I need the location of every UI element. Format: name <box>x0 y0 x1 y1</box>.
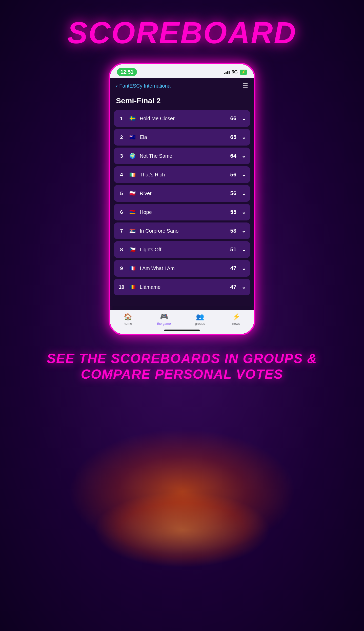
bottom-text: SEE THE SCOREBOARDS IN GROUPS & COMPARE … <box>0 351 364 382</box>
score-name: River <box>140 191 222 196</box>
score-points: 56 <box>225 190 236 197</box>
score-flag: 🇵🇱 <box>129 190 136 197</box>
score-points: 53 <box>225 228 236 234</box>
battery-icon: ⚡ <box>240 70 247 75</box>
bottom-nav-news[interactable]: ⚡ news <box>226 313 246 325</box>
score-item[interactable]: 5 🇵🇱 River 56 ⌄ <box>114 185 250 202</box>
chevron-down-icon: ⌄ <box>241 284 246 290</box>
chevron-down-icon: ⌄ <box>241 190 246 197</box>
score-name: That's Rich <box>140 172 222 178</box>
score-flag: 🇸🇪 <box>129 115 136 122</box>
score-flag: 🇷🇴 <box>129 283 136 291</box>
game-nav-label: the game <box>157 322 171 325</box>
score-points: 64 <box>225 153 236 159</box>
status-time: 12:51 <box>117 68 137 76</box>
nav-back-button[interactable]: ‹ FantESCy International <box>116 83 172 89</box>
chevron-down-icon: ⌄ <box>241 115 246 122</box>
score-flag: 🇦🇲 <box>129 208 136 216</box>
score-item[interactable]: 9 🇫🇷 I Am What I Am 47 ⌄ <box>114 260 250 277</box>
signal-bars-icon <box>224 70 230 74</box>
score-item[interactable]: 6 🇦🇲 Hope 55 ⌄ <box>114 204 250 220</box>
news-nav-icon: ⚡ <box>232 313 240 321</box>
home-indicator <box>164 330 200 331</box>
chevron-down-icon: ⌄ <box>241 134 246 140</box>
score-item[interactable]: 7 🇷🇸 In Corprore Sano 53 ⌄ <box>114 222 250 239</box>
score-name: Not The Same <box>140 153 222 159</box>
nav-bar: ‹ FantESCy International ☰ <box>110 78 254 94</box>
score-item[interactable]: 10 🇷🇴 Llámame 47 ⌄ <box>114 279 250 295</box>
score-name: Hope <box>140 209 222 215</box>
score-points: 47 <box>225 284 236 290</box>
nav-back-label: FantESCy International <box>119 83 172 89</box>
score-flag: 🇦🇺 <box>129 133 136 141</box>
score-item[interactable]: 2 🇦🇺 Ela 65 ⌄ <box>114 129 250 146</box>
home-nav-label: home <box>124 322 132 325</box>
score-name: Lights Off <box>140 247 222 253</box>
score-name: Ela <box>140 134 222 140</box>
score-flag: 🇷🇸 <box>129 227 136 235</box>
score-flag: 🌍 <box>129 152 136 160</box>
score-name: Hold Me Closer <box>140 116 222 121</box>
bottom-nav-home[interactable]: 🏠 home <box>118 313 138 325</box>
app-content: ‹ FantESCy International ☰ Semi-Final 2 … <box>110 78 254 306</box>
signal-bar-4 <box>229 71 230 74</box>
score-item[interactable]: 3 🌍 Not The Same 64 ⌄ <box>114 148 250 164</box>
score-points: 56 <box>225 171 236 178</box>
groups-nav-label: groups <box>195 322 205 325</box>
score-name: Llámame <box>140 284 222 290</box>
score-rank: 3 <box>118 153 125 159</box>
scoreboard-list: 1 🇸🇪 Hold Me Closer 66 ⌄ 2 🇦🇺 Ela 65 ⌄ 3… <box>110 110 254 295</box>
page-title: SCOREBOARD <box>67 15 297 50</box>
score-rank: 8 <box>118 247 125 253</box>
chevron-down-icon: ⌄ <box>241 209 246 215</box>
signal-bar-2 <box>226 72 227 74</box>
page-wrapper: SCOREBOARD 12:51 3G ⚡ ‹ Fan <box>0 0 364 402</box>
chevron-down-icon: ⌄ <box>241 171 246 178</box>
score-item[interactable]: 8 🇨🇿 Lights Off 51 ⌄ <box>114 241 250 258</box>
signal-bar-1 <box>224 73 225 74</box>
chevron-down-icon: ⌄ <box>241 265 246 272</box>
score-points: 47 <box>225 265 236 272</box>
back-chevron-icon: ‹ <box>116 83 118 89</box>
bottom-nav-groups[interactable]: 👥 groups <box>190 313 210 325</box>
chevron-down-icon: ⌄ <box>241 228 246 234</box>
score-points: 65 <box>225 134 236 140</box>
chevron-down-icon: ⌄ <box>241 246 246 253</box>
menu-icon[interactable]: ☰ <box>242 82 248 90</box>
score-rank: 7 <box>118 228 125 234</box>
score-flag: 🇨🇿 <box>129 246 136 253</box>
groups-nav-icon: 👥 <box>196 313 204 321</box>
network-label: 3G <box>232 69 238 75</box>
score-item[interactable]: 1 🇸🇪 Hold Me Closer 66 ⌄ <box>114 110 250 127</box>
section-title: Semi-Final 2 <box>110 94 254 110</box>
home-bar <box>110 328 254 334</box>
game-nav-icon: 🎮 <box>160 313 168 321</box>
score-rank: 1 <box>118 116 125 121</box>
signal-bar-3 <box>227 71 228 74</box>
bottom-nav: 🏠 home 🎮 the game 👥 groups ⚡ news <box>110 310 254 328</box>
bottom-nav-game[interactable]: 🎮 the game <box>154 313 174 325</box>
score-rank: 6 <box>118 209 125 215</box>
score-name: I Am What I Am <box>140 266 222 271</box>
score-rank: 9 <box>118 266 125 271</box>
news-nav-label: news <box>232 322 240 325</box>
score-rank: 10 <box>118 284 125 290</box>
phone-frame: 12:51 3G ⚡ ‹ FantESCy International <box>109 63 255 335</box>
score-points: 66 <box>225 115 236 122</box>
chevron-down-icon: ⌄ <box>241 153 246 159</box>
score-points: 51 <box>225 246 236 253</box>
score-flag: 🇫🇷 <box>129 264 136 272</box>
score-item[interactable]: 4 🇮🇪 That's Rich 56 ⌄ <box>114 166 250 183</box>
score-rank: 4 <box>118 172 125 178</box>
home-nav-icon: 🏠 <box>124 313 132 321</box>
score-name: In Corprore Sano <box>140 228 222 234</box>
status-bar: 12:51 3G ⚡ <box>110 64 254 78</box>
score-flag: 🇮🇪 <box>129 171 136 178</box>
score-rank: 2 <box>118 134 125 140</box>
status-icons: 3G ⚡ <box>224 69 247 75</box>
score-rank: 5 <box>118 191 125 196</box>
score-points: 55 <box>225 209 236 215</box>
